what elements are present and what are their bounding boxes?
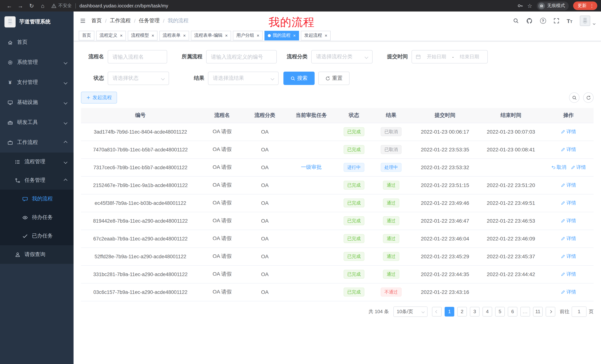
detail-link[interactable]: 详情 — [571, 164, 586, 171]
breadcrumb-item[interactable]: 首页 — [91, 18, 102, 24]
url-bar[interactable]: dashboard.yudao.iocoder.cn/bpm/task/my — [80, 3, 168, 8]
app-logo[interactable]: 芋道管理系统 — [0, 11, 74, 32]
breadcrumb-item[interactable]: 工作流程 — [110, 18, 131, 24]
sidebar-item-task-mgmt[interactable]: 任务管理 — [0, 171, 74, 190]
detail-link[interactable]: 详情 — [561, 182, 576, 189]
status-select[interactable]: 请选择状态 — [108, 72, 169, 85]
pager-next[interactable] — [546, 307, 555, 316]
forward-icon[interactable]: → — [15, 3, 26, 9]
cell-status: 已完成 — [337, 265, 371, 283]
pager-page-11[interactable]: 11 — [533, 307, 543, 316]
page-size-select[interactable]: 10条/页 — [393, 306, 428, 317]
result-select[interactable]: 请选择流结果 — [208, 72, 279, 85]
sidebar-item-process-mgmt[interactable]: 流程管理 — [0, 153, 74, 171]
home-icon-browser[interactable]: ⌂ — [37, 3, 48, 9]
current-task-link[interactable]: 一级审批 — [301, 164, 322, 170]
pager-prev[interactable] — [432, 307, 442, 316]
cell-current-task — [285, 123, 337, 141]
sidebar-item-leave-query[interactable]: 请假查询 — [0, 245, 74, 264]
detail-link[interactable]: 详情 — [561, 217, 576, 224]
hamburger-icon[interactable] — [80, 18, 86, 24]
pager-page-1[interactable]: 1 — [445, 307, 454, 316]
cell-current-task — [285, 194, 337, 212]
browser-menu-icon[interactable]: ⋮ — [590, 3, 594, 9]
tab-home[interactable]: 首页 — [79, 31, 94, 40]
cell-status: 已完成 — [337, 141, 371, 158]
close-icon[interactable]: × — [151, 33, 154, 38]
app-title: 芋道管理系统 — [19, 19, 50, 25]
sidebar-item-infrastructure[interactable]: 基础设施 — [0, 92, 74, 112]
sidebar-item-todo-tasks[interactable]: 待办任务 — [0, 208, 74, 227]
definition-input[interactable] — [206, 50, 277, 63]
detail-link[interactable]: 详情 — [561, 146, 576, 153]
tab-process-form[interactable]: 流程表单× — [159, 31, 189, 40]
close-icon[interactable]: × — [293, 33, 296, 38]
create-process-button[interactable]: 发起流程 — [81, 92, 117, 104]
sidebar-item-home[interactable]: 首页 — [0, 32, 74, 52]
tab-user-group[interactable]: 用户分组× — [233, 31, 263, 40]
navbar: 首页/工作流程/任务管理/我的流程 我的流程 ? TT — [74, 11, 601, 30]
breadcrumb-item[interactable]: 任务管理 — [139, 18, 160, 24]
toggle-search-button[interactable] — [569, 92, 580, 103]
sidebar-item-done-tasks[interactable]: 已办任务 — [0, 227, 74, 245]
chevron-down-icon[interactable] — [593, 22, 595, 25]
search-icon[interactable] — [513, 18, 519, 24]
submit-time-range-picker[interactable]: 开始日期 - 结束日期 — [411, 50, 488, 63]
fullscreen-icon[interactable] — [553, 18, 559, 24]
tab-my-process[interactable]: 我的流程× — [264, 31, 299, 40]
cell-category: OA — [244, 158, 285, 176]
font-size-icon[interactable]: TT — [567, 18, 572, 24]
pager-page-5[interactable]: 5 — [495, 307, 505, 316]
pager-page-4[interactable]: 4 — [482, 307, 492, 316]
detail-link[interactable]: 详情 — [561, 200, 576, 206]
detail-link[interactable]: 详情 — [561, 128, 576, 135]
detail-link[interactable]: 详情 — [561, 289, 576, 295]
cancel-link[interactable]: 取消 — [551, 164, 566, 171]
user-avatar[interactable] — [580, 16, 590, 26]
cell-submit-time: 2022-01-22 23:45:29 — [411, 248, 478, 265]
bookmark-star-icon[interactable]: ☆ — [527, 2, 532, 9]
update-button[interactable]: 更新 ⋮ — [573, 1, 597, 10]
cell-category: OA — [244, 230, 285, 248]
detail-link[interactable]: 详情 — [561, 235, 576, 242]
security-warning[interactable]: 不安全 — [51, 3, 72, 9]
process-name-input[interactable] — [108, 50, 167, 63]
tab-process-definition[interactable]: 流程定义× — [96, 31, 126, 40]
refresh-icon[interactable]: ↻ — [26, 2, 37, 9]
close-icon[interactable]: × — [257, 33, 259, 38]
cell-id: 3ad174fb-7b9d-11ec-8404-acde48001122 — [81, 123, 200, 141]
sidebar-item-system[interactable]: 系统管理 — [0, 52, 74, 72]
sidebar-item-my-process[interactable]: 我的流程 — [0, 190, 74, 208]
close-icon[interactable]: × — [120, 33, 123, 38]
sidebar-item-payment[interactable]: ¥支付管理 — [0, 72, 74, 92]
goto-page-input[interactable] — [572, 306, 587, 317]
pager-page-2[interactable]: 2 — [457, 307, 467, 316]
key-icon[interactable] — [517, 3, 523, 9]
close-icon[interactable]: × — [225, 33, 228, 38]
result-tag: 通过 — [383, 199, 399, 207]
pager-page-6[interactable]: 6 — [508, 307, 517, 316]
refresh-table-button[interactable] — [583, 92, 594, 103]
sidebar-item-dev-tools[interactable]: 研发工具 — [0, 112, 74, 133]
cell-result: 通过 — [371, 248, 411, 265]
detail-link[interactable]: 详情 — [561, 271, 576, 278]
cell-category: OA — [244, 141, 285, 158]
detail-link[interactable]: 详情 — [561, 253, 576, 260]
tab-process-model[interactable]: 流程模型× — [128, 31, 158, 40]
tab-process-form-edit[interactable]: 流程表单-编辑× — [191, 31, 231, 40]
pager-page-3[interactable]: 3 — [470, 307, 480, 316]
help-icon[interactable]: ? — [540, 18, 546, 24]
cell-name: OA 请假 — [200, 230, 244, 248]
search-button[interactable]: 搜索 — [283, 72, 315, 85]
close-icon[interactable]: × — [325, 33, 327, 38]
table-row: 819442e8-7b9a-11ec-a290-acde48001122OA 请… — [81, 212, 594, 230]
reset-button[interactable]: 重置 — [318, 72, 350, 85]
pager-ellipsis[interactable]: ... — [521, 307, 530, 316]
yen-icon: ¥ — [7, 79, 13, 85]
close-icon[interactable]: × — [183, 33, 186, 38]
back-icon[interactable]: ← — [4, 3, 15, 9]
sidebar-item-workflow[interactable]: 工作流程 — [0, 133, 74, 153]
category-select[interactable]: 请选择流程分类 — [311, 50, 372, 63]
github-icon[interactable] — [526, 18, 532, 24]
tab-start-process[interactable]: 发起流程× — [301, 31, 331, 40]
